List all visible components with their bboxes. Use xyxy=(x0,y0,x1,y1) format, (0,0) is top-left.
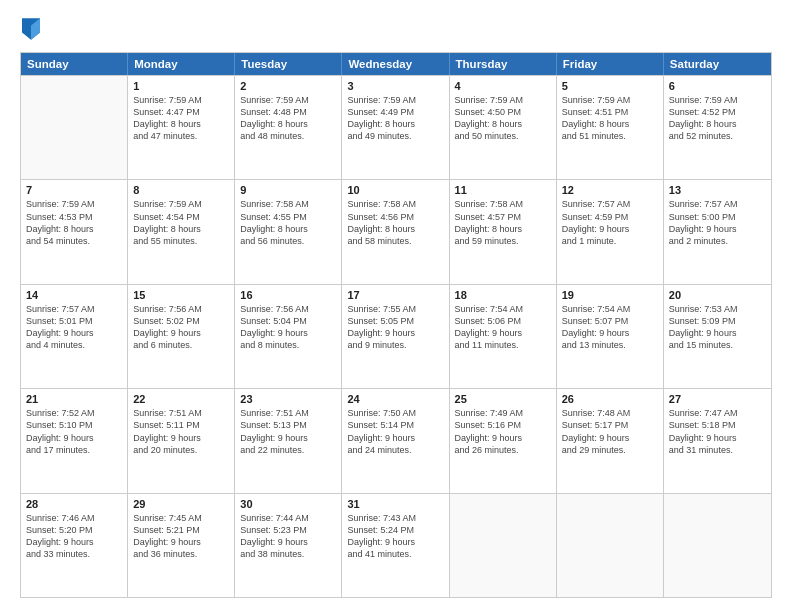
table-row: 19Sunrise: 7:54 AMSunset: 5:07 PMDayligh… xyxy=(557,285,664,388)
day-info: Sunrise: 7:56 AMSunset: 5:04 PMDaylight:… xyxy=(240,303,336,352)
week-row-3: 14Sunrise: 7:57 AMSunset: 5:01 PMDayligh… xyxy=(21,284,771,388)
day-number: 26 xyxy=(562,393,658,405)
table-row: 21Sunrise: 7:52 AMSunset: 5:10 PMDayligh… xyxy=(21,389,128,492)
table-row: 9Sunrise: 7:58 AMSunset: 4:55 PMDaylight… xyxy=(235,180,342,283)
table-row: 13Sunrise: 7:57 AMSunset: 5:00 PMDayligh… xyxy=(664,180,771,283)
table-row: 11Sunrise: 7:58 AMSunset: 4:57 PMDayligh… xyxy=(450,180,557,283)
day-info: Sunrise: 7:51 AMSunset: 5:13 PMDaylight:… xyxy=(240,407,336,456)
day-info: Sunrise: 7:57 AMSunset: 5:01 PMDaylight:… xyxy=(26,303,122,352)
table-row: 5Sunrise: 7:59 AMSunset: 4:51 PMDaylight… xyxy=(557,76,664,179)
day-number: 9 xyxy=(240,184,336,196)
table-row: 28Sunrise: 7:46 AMSunset: 5:20 PMDayligh… xyxy=(21,494,128,597)
day-number: 30 xyxy=(240,498,336,510)
table-row: 14Sunrise: 7:57 AMSunset: 5:01 PMDayligh… xyxy=(21,285,128,388)
table-row: 23Sunrise: 7:51 AMSunset: 5:13 PMDayligh… xyxy=(235,389,342,492)
day-info: Sunrise: 7:59 AMSunset: 4:48 PMDaylight:… xyxy=(240,94,336,143)
table-row: 31Sunrise: 7:43 AMSunset: 5:24 PMDayligh… xyxy=(342,494,449,597)
day-info: Sunrise: 7:53 AMSunset: 5:09 PMDaylight:… xyxy=(669,303,766,352)
weekday-header-thursday: Thursday xyxy=(450,53,557,75)
day-number: 10 xyxy=(347,184,443,196)
day-info: Sunrise: 7:55 AMSunset: 5:05 PMDaylight:… xyxy=(347,303,443,352)
day-number: 31 xyxy=(347,498,443,510)
calendar-header: SundayMondayTuesdayWednesdayThursdayFrid… xyxy=(21,53,771,75)
day-number: 21 xyxy=(26,393,122,405)
weekday-header-friday: Friday xyxy=(557,53,664,75)
day-info: Sunrise: 7:57 AMSunset: 4:59 PMDaylight:… xyxy=(562,198,658,247)
table-row xyxy=(664,494,771,597)
day-info: Sunrise: 7:57 AMSunset: 5:00 PMDaylight:… xyxy=(669,198,766,247)
day-number: 6 xyxy=(669,80,766,92)
day-number: 19 xyxy=(562,289,658,301)
day-info: Sunrise: 7:59 AMSunset: 4:51 PMDaylight:… xyxy=(562,94,658,143)
day-info: Sunrise: 7:44 AMSunset: 5:23 PMDaylight:… xyxy=(240,512,336,561)
day-info: Sunrise: 7:54 AMSunset: 5:06 PMDaylight:… xyxy=(455,303,551,352)
page: SundayMondayTuesdayWednesdayThursdayFrid… xyxy=(0,0,792,612)
day-info: Sunrise: 7:59 AMSunset: 4:52 PMDaylight:… xyxy=(669,94,766,143)
day-info: Sunrise: 7:52 AMSunset: 5:10 PMDaylight:… xyxy=(26,407,122,456)
day-info: Sunrise: 7:59 AMSunset: 4:47 PMDaylight:… xyxy=(133,94,229,143)
day-info: Sunrise: 7:58 AMSunset: 4:57 PMDaylight:… xyxy=(455,198,551,247)
day-number: 15 xyxy=(133,289,229,301)
day-info: Sunrise: 7:59 AMSunset: 4:53 PMDaylight:… xyxy=(26,198,122,247)
day-number: 18 xyxy=(455,289,551,301)
logo-icon xyxy=(22,18,40,40)
logo xyxy=(20,18,44,44)
table-row: 16Sunrise: 7:56 AMSunset: 5:04 PMDayligh… xyxy=(235,285,342,388)
table-row xyxy=(450,494,557,597)
day-info: Sunrise: 7:45 AMSunset: 5:21 PMDaylight:… xyxy=(133,512,229,561)
table-row: 8Sunrise: 7:59 AMSunset: 4:54 PMDaylight… xyxy=(128,180,235,283)
day-number: 2 xyxy=(240,80,336,92)
day-number: 7 xyxy=(26,184,122,196)
table-row: 3Sunrise: 7:59 AMSunset: 4:49 PMDaylight… xyxy=(342,76,449,179)
table-row: 29Sunrise: 7:45 AMSunset: 5:21 PMDayligh… xyxy=(128,494,235,597)
weekday-header-saturday: Saturday xyxy=(664,53,771,75)
table-row: 24Sunrise: 7:50 AMSunset: 5:14 PMDayligh… xyxy=(342,389,449,492)
table-row: 15Sunrise: 7:56 AMSunset: 5:02 PMDayligh… xyxy=(128,285,235,388)
table-row xyxy=(21,76,128,179)
week-row-5: 28Sunrise: 7:46 AMSunset: 5:20 PMDayligh… xyxy=(21,493,771,597)
table-row: 4Sunrise: 7:59 AMSunset: 4:50 PMDaylight… xyxy=(450,76,557,179)
day-info: Sunrise: 7:46 AMSunset: 5:20 PMDaylight:… xyxy=(26,512,122,561)
day-info: Sunrise: 7:58 AMSunset: 4:55 PMDaylight:… xyxy=(240,198,336,247)
table-row: 17Sunrise: 7:55 AMSunset: 5:05 PMDayligh… xyxy=(342,285,449,388)
day-number: 28 xyxy=(26,498,122,510)
day-info: Sunrise: 7:59 AMSunset: 4:50 PMDaylight:… xyxy=(455,94,551,143)
day-number: 29 xyxy=(133,498,229,510)
day-number: 14 xyxy=(26,289,122,301)
day-number: 20 xyxy=(669,289,766,301)
calendar-body: 1Sunrise: 7:59 AMSunset: 4:47 PMDaylight… xyxy=(21,75,771,597)
day-info: Sunrise: 7:59 AMSunset: 4:49 PMDaylight:… xyxy=(347,94,443,143)
header xyxy=(20,18,772,44)
day-number: 8 xyxy=(133,184,229,196)
day-number: 1 xyxy=(133,80,229,92)
table-row xyxy=(557,494,664,597)
day-info: Sunrise: 7:50 AMSunset: 5:14 PMDaylight:… xyxy=(347,407,443,456)
day-info: Sunrise: 7:43 AMSunset: 5:24 PMDaylight:… xyxy=(347,512,443,561)
day-number: 16 xyxy=(240,289,336,301)
day-info: Sunrise: 7:56 AMSunset: 5:02 PMDaylight:… xyxy=(133,303,229,352)
week-row-1: 1Sunrise: 7:59 AMSunset: 4:47 PMDaylight… xyxy=(21,75,771,179)
day-number: 12 xyxy=(562,184,658,196)
day-number: 4 xyxy=(455,80,551,92)
day-number: 24 xyxy=(347,393,443,405)
day-info: Sunrise: 7:58 AMSunset: 4:56 PMDaylight:… xyxy=(347,198,443,247)
day-number: 17 xyxy=(347,289,443,301)
table-row: 30Sunrise: 7:44 AMSunset: 5:23 PMDayligh… xyxy=(235,494,342,597)
day-number: 11 xyxy=(455,184,551,196)
day-number: 23 xyxy=(240,393,336,405)
day-number: 3 xyxy=(347,80,443,92)
week-row-4: 21Sunrise: 7:52 AMSunset: 5:10 PMDayligh… xyxy=(21,388,771,492)
table-row: 18Sunrise: 7:54 AMSunset: 5:06 PMDayligh… xyxy=(450,285,557,388)
table-row: 26Sunrise: 7:48 AMSunset: 5:17 PMDayligh… xyxy=(557,389,664,492)
table-row: 10Sunrise: 7:58 AMSunset: 4:56 PMDayligh… xyxy=(342,180,449,283)
day-number: 5 xyxy=(562,80,658,92)
day-info: Sunrise: 7:54 AMSunset: 5:07 PMDaylight:… xyxy=(562,303,658,352)
table-row: 1Sunrise: 7:59 AMSunset: 4:47 PMDaylight… xyxy=(128,76,235,179)
day-number: 13 xyxy=(669,184,766,196)
weekday-header-sunday: Sunday xyxy=(21,53,128,75)
table-row: 6Sunrise: 7:59 AMSunset: 4:52 PMDaylight… xyxy=(664,76,771,179)
day-number: 22 xyxy=(133,393,229,405)
table-row: 22Sunrise: 7:51 AMSunset: 5:11 PMDayligh… xyxy=(128,389,235,492)
table-row: 25Sunrise: 7:49 AMSunset: 5:16 PMDayligh… xyxy=(450,389,557,492)
table-row: 27Sunrise: 7:47 AMSunset: 5:18 PMDayligh… xyxy=(664,389,771,492)
